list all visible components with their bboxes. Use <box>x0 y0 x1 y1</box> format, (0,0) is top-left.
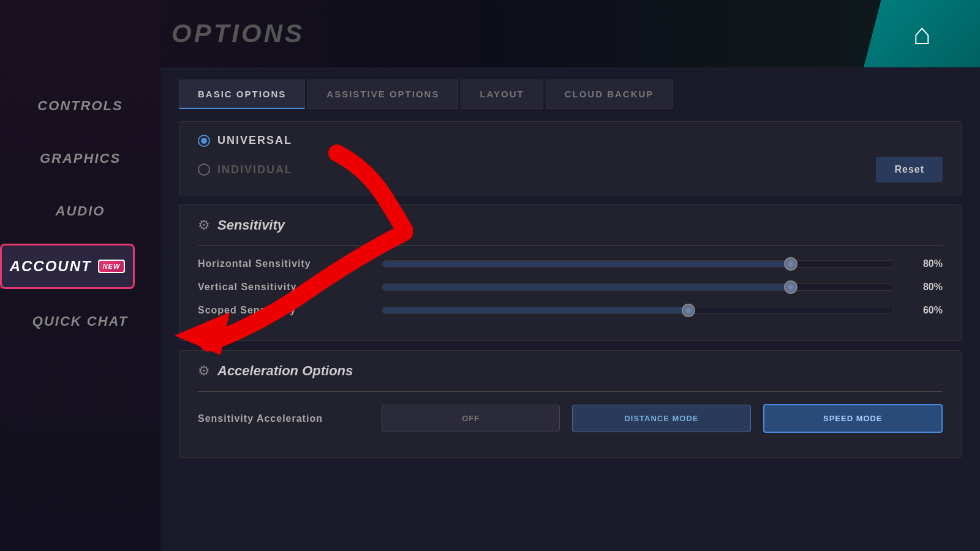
main-content: BASIC OPTIONS ASSISTIVE OPTIONS LAYOUT C… <box>160 67 980 551</box>
reset-button[interactable]: Reset <box>876 157 943 182</box>
radio-group: UNIVERSAL INDIVIDUAL Reset <box>198 134 943 182</box>
vertical-slider[interactable] <box>382 283 894 291</box>
scoped-sensitivity-row: Scoped Sensitivity 60% <box>198 305 943 316</box>
new-badge: NEW <box>98 260 126 273</box>
tab-assistive[interactable]: ASSISTIVE OPTIONS <box>307 80 458 109</box>
home-icon: ⌂ <box>913 17 931 51</box>
horizontal-value: 80% <box>906 258 943 269</box>
vertical-value: 80% <box>906 282 943 293</box>
sensitivity-title: Sensitivity <box>217 217 285 233</box>
sidebar-item-quick-chat[interactable]: QUICK CHAT <box>0 295 160 348</box>
account-label: ACCOUNT <box>10 258 92 275</box>
tab-bar: BASIC OPTIONS ASSISTIVE OPTIONS LAYOUT C… <box>179 80 962 109</box>
accel-off-button[interactable]: OFF <box>382 405 560 432</box>
tab-layout[interactable]: LAYOUT <box>461 80 543 109</box>
universal-radio[interactable] <box>198 135 210 147</box>
horizontal-sensitivity-row: Horizontal Sensitivity 80% <box>198 258 943 269</box>
individual-radio[interactable] <box>198 163 210 176</box>
sidebar-item-account[interactable]: ACCOUNT NEW <box>0 244 160 289</box>
scoped-value: 60% <box>906 305 943 316</box>
scoped-label: Scoped Sensitivity <box>198 305 369 316</box>
individual-row: INDIVIDUAL Reset <box>198 157 943 182</box>
sidebar: CONTROLS GRAPHICS AUDIO ACCOUNT NEW QUIC… <box>0 0 160 551</box>
individual-label: INDIVIDUAL <box>217 163 293 176</box>
account-box[interactable]: ACCOUNT NEW <box>0 244 135 289</box>
vertical-thumb[interactable] <box>784 280 797 294</box>
accel-distance-button[interactable]: DISTANCE MODE <box>572 405 750 432</box>
acceleration-header: ⚙ Acceleration Options <box>198 363 943 379</box>
scoped-thumb[interactable] <box>682 304 695 317</box>
acceleration-title: Acceleration Options <box>217 363 353 379</box>
page-title: OPTIONS <box>172 19 304 48</box>
accel-gear-icon: ⚙ <box>198 363 210 379</box>
vertical-label: Vertical Sensitivity <box>198 282 369 293</box>
tab-basic[interactable]: BASIC OPTIONS <box>179 80 305 109</box>
mode-panel: UNIVERSAL INDIVIDUAL Reset <box>179 121 962 195</box>
vertical-sensitivity-row: Vertical Sensitivity 80% <box>198 282 943 293</box>
horizontal-slider[interactable] <box>382 260 894 268</box>
sidebar-item-audio[interactable]: AUDIO <box>0 185 160 238</box>
accel-divider <box>198 391 943 392</box>
horizontal-label: Horizontal Sensitivity <box>198 258 369 269</box>
sensitivity-header: ⚙ Sensitivity <box>198 217 943 233</box>
sensitivity-panel: ⚙ Sensitivity Horizontal Sensitivity 80%… <box>179 204 962 341</box>
universal-row: UNIVERSAL <box>198 134 943 147</box>
horizontal-thumb[interactable] <box>784 257 797 271</box>
vertical-fill <box>382 284 791 290</box>
sensitivity-accel-label: Sensitivity Acceleration <box>198 413 369 424</box>
sensitivity-accel-row: Sensitivity Acceleration OFF DISTANCE MO… <box>198 404 943 433</box>
sidebar-item-graphics[interactable]: GRAPHICS <box>0 132 160 185</box>
horizontal-fill <box>382 261 791 267</box>
universal-option[interactable]: UNIVERSAL <box>198 134 292 147</box>
sidebar-item-controls[interactable]: CONTROLS <box>0 80 160 132</box>
accel-speed-button[interactable]: SPEED MODE <box>763 404 943 433</box>
scoped-slider[interactable] <box>382 307 894 314</box>
scoped-fill <box>382 307 688 313</box>
universal-label: UNIVERSAL <box>217 134 292 147</box>
gear-icon: ⚙ <box>198 217 210 233</box>
acceleration-panel: ⚙ Acceleration Options Sensitivity Accel… <box>179 350 962 458</box>
tab-cloud[interactable]: CLOUD BACKUP <box>546 80 673 109</box>
section-divider <box>198 246 943 246</box>
individual-option[interactable]: INDIVIDUAL <box>198 163 293 176</box>
home-button[interactable]: ⌂ <box>864 0 980 67</box>
